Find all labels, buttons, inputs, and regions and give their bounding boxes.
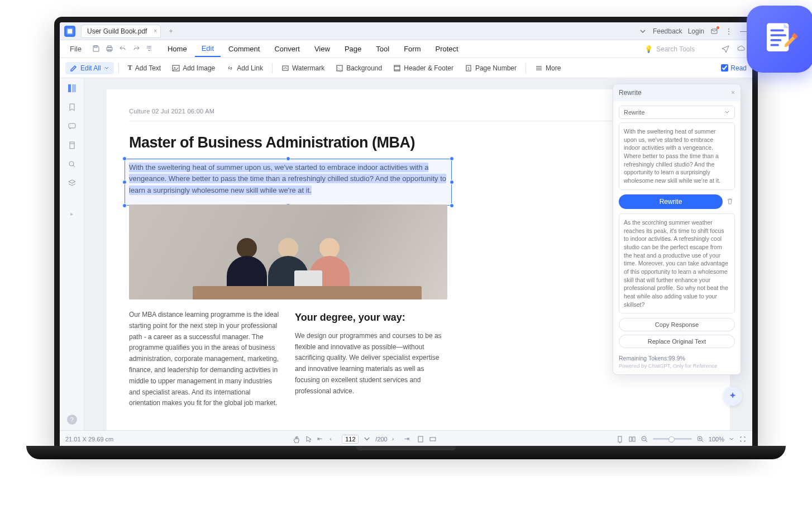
powered-by-label: Powered by ChatGPT, Only for Reference: [613, 363, 741, 374]
send-icon[interactable]: [721, 44, 731, 54]
menu-edit[interactable]: Edit: [195, 41, 221, 57]
menu-protect[interactable]: Protect: [428, 41, 465, 56]
comments-icon[interactable]: [66, 121, 78, 132]
svg-line-31: [73, 165, 75, 167]
fit-page-icon[interactable]: [417, 435, 424, 443]
text-selection-box[interactable]: [125, 159, 452, 206]
add-text-button[interactable]: TAdd Text: [123, 61, 166, 74]
add-tab-button[interactable]: ＋: [164, 25, 178, 37]
file-menu[interactable]: File: [65, 41, 86, 56]
menu-form[interactable]: Form: [397, 41, 427, 56]
page-chevron-icon[interactable]: [363, 435, 371, 443]
document-canvas[interactable]: rate university with more thanng, innova…: [84, 78, 752, 430]
edit-toolbar: Edit All TAdd Text Add Image Add Link Wa…: [60, 58, 752, 78]
zoom-chevron-icon[interactable]: [729, 436, 734, 442]
more-button[interactable]: More: [531, 62, 565, 74]
redo-icon[interactable]: [132, 44, 142, 54]
attachments-icon[interactable]: [66, 140, 78, 151]
thumbnails-icon[interactable]: [66, 83, 78, 94]
help-icon[interactable]: ?: [67, 415, 77, 425]
copy-response-button[interactable]: Copy Response: [619, 318, 735, 331]
search-tools-input[interactable]: [656, 45, 712, 53]
rewrite-mode-select[interactable]: Rewrite: [619, 106, 735, 119]
header-footer-button[interactable]: Header & Footer: [389, 62, 458, 74]
view-single-icon[interactable]: [616, 435, 624, 443]
svg-rect-32: [418, 436, 423, 442]
ai-fab-button[interactable]: [723, 387, 742, 406]
document-tab[interactable]: User Guild Book.pdf ×: [81, 25, 161, 38]
first-page-icon[interactable]: ⇤: [317, 435, 325, 443]
rewrite-output-box[interactable]: As the scorching summer weather reaches …: [619, 213, 735, 314]
menu-tool[interactable]: Tool: [369, 41, 396, 56]
chevron-down-icon[interactable]: [638, 27, 647, 36]
svg-line-43: [701, 440, 703, 442]
svg-rect-11: [108, 46, 111, 47]
menu-page[interactable]: Page: [338, 41, 368, 56]
print-icon[interactable]: [105, 44, 115, 54]
close-tab-icon[interactable]: ×: [154, 27, 157, 34]
bookmarks-icon[interactable]: [66, 102, 78, 113]
menu-comment[interactable]: Comment: [222, 41, 266, 56]
cloud-icon[interactable]: [737, 44, 747, 54]
expand-icon[interactable]: ▸: [66, 208, 78, 219]
view-double-icon[interactable]: [628, 435, 636, 443]
page-number-input[interactable]: [342, 435, 359, 444]
zoom-slider[interactable]: [653, 438, 692, 440]
select-tool-icon[interactable]: [305, 435, 313, 443]
svg-rect-27: [69, 123, 75, 128]
replace-original-button[interactable]: Replace Original Text: [619, 335, 735, 348]
trash-icon[interactable]: [726, 197, 735, 206]
save-icon[interactable]: [92, 44, 102, 54]
fullscreen-icon[interactable]: [739, 435, 747, 443]
prev-page-icon[interactable]: ‹: [329, 435, 337, 443]
fit-width-icon[interactable]: [429, 435, 437, 443]
zoom-out-icon[interactable]: [641, 435, 648, 443]
read-mode-toggle[interactable]: Read: [721, 64, 747, 72]
login-link[interactable]: Login: [688, 27, 704, 35]
feedback-link[interactable]: Feedback: [653, 27, 682, 35]
page-total: /200: [375, 436, 387, 443]
hand-tool-icon[interactable]: [293, 435, 300, 443]
svg-rect-4: [771, 44, 779, 46]
svg-rect-3: [771, 39, 782, 41]
menu-convert[interactable]: Convert: [268, 41, 307, 56]
undo-icon[interactable]: [118, 44, 128, 54]
search-icon[interactable]: [66, 159, 78, 170]
add-link-button[interactable]: Add Link: [222, 62, 268, 74]
bulb-icon: 💡: [644, 45, 653, 53]
watermark-button[interactable]: Watermark: [277, 62, 329, 74]
rewrite-input-box[interactable]: With the sweltering heat of summer upon …: [619, 122, 735, 190]
zoom-level[interactable]: 100%: [709, 436, 724, 443]
article-image: [129, 204, 447, 299]
svg-rect-36: [633, 437, 635, 441]
rewrite-button[interactable]: Rewrite: [619, 194, 723, 209]
app-brand-float-icon: [747, 6, 812, 73]
menubar: File Home Edit Comment Convert View Page…: [60, 40, 752, 58]
more-menu-icon[interactable]: ⋮: [724, 27, 733, 36]
layers-icon[interactable]: [66, 178, 78, 189]
left-sidebar: ▸ ?: [60, 78, 84, 430]
statusbar: 21.01 X 29.69 cm ⇤ ‹ /200 › ⇥ 100%: [60, 430, 752, 447]
column-1-text: Our MBA distance learning programme is t…: [129, 310, 281, 409]
menu-home[interactable]: Home: [161, 41, 194, 56]
column-2-title: Your degree, your way:: [295, 310, 447, 326]
edit-all-button[interactable]: Edit All: [65, 62, 114, 74]
add-image-button[interactable]: Add Image: [168, 62, 219, 74]
column-2-text: We design our programmes and courses to …: [295, 331, 447, 397]
notification-icon[interactable]: [710, 27, 719, 36]
svg-rect-2: [771, 34, 786, 36]
panel-close-icon[interactable]: ×: [731, 89, 735, 97]
next-page-icon[interactable]: ›: [392, 435, 400, 443]
zoom-in-icon[interactable]: [696, 435, 704, 443]
menu-view[interactable]: View: [308, 41, 337, 56]
svg-rect-26: [72, 84, 76, 92]
svg-line-39: [646, 440, 647, 442]
svg-rect-15: [283, 66, 288, 70]
background-button[interactable]: Background: [331, 62, 386, 74]
page-dimensions: 21.01 X 29.69 cm: [65, 436, 113, 443]
app-logo: [64, 26, 75, 37]
last-page-icon[interactable]: ⇥: [404, 435, 412, 443]
rewrite-panel: Rewrite × Rewrite With the sweltering he…: [613, 84, 741, 375]
dropdown-icon[interactable]: [145, 44, 155, 54]
page-number-button[interactable]: 1Page Number: [460, 62, 521, 74]
